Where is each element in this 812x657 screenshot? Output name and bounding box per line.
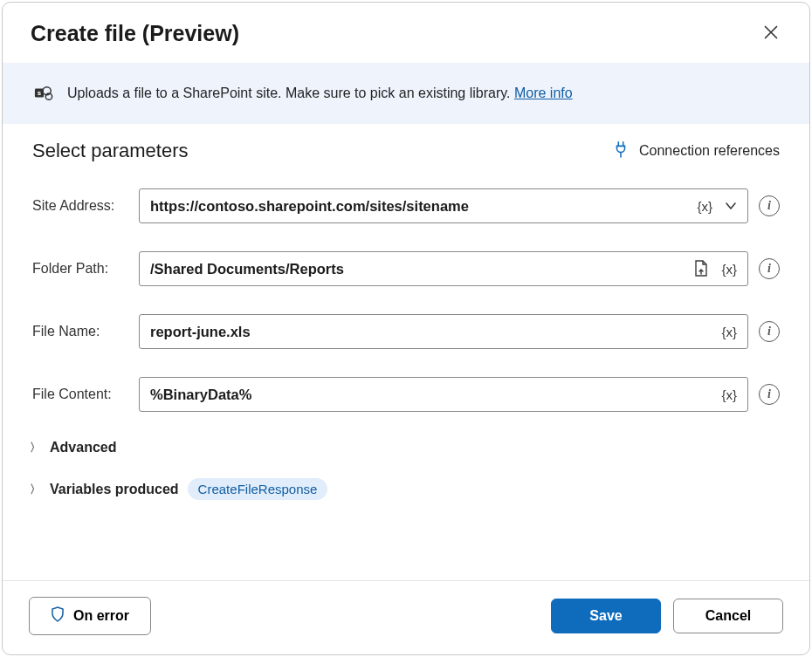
dialog-header: Create file (Preview) (3, 3, 809, 63)
close-icon (764, 25, 778, 39)
folder-path-row: Folder Path: {x} i (32, 251, 780, 286)
on-error-button[interactable]: On error (29, 597, 151, 635)
site-address-input-wrap[interactable]: {x} (139, 188, 748, 223)
variables-produced-label: Variables produced (50, 482, 179, 497)
file-content-input[interactable] (150, 378, 712, 411)
site-address-row: Site Address: {x} i (32, 188, 780, 223)
folder-path-input-wrap[interactable]: {x} (139, 251, 748, 286)
insert-variable-button[interactable]: {x} (718, 260, 740, 278)
site-address-input[interactable] (150, 189, 688, 222)
dialog-title: Create file (Preview) (31, 21, 239, 46)
file-name-row: File Name: {x} i (32, 314, 780, 349)
footer-actions: Save Cancel (551, 599, 783, 633)
chevron-down-icon (725, 200, 737, 212)
file-content-input-wrap[interactable]: {x} (139, 377, 748, 412)
folder-path-label: Folder Path: (32, 261, 128, 277)
file-content-info-button[interactable]: i (759, 384, 780, 405)
create-file-dialog: Create file (Preview) s Uploads a file t… (2, 2, 810, 655)
insert-variable-button[interactable]: {x} (693, 197, 716, 216)
chevron-right-icon: 〉 (29, 482, 41, 497)
file-picker-button[interactable] (690, 258, 712, 279)
plug-icon (613, 140, 629, 161)
dialog-footer: On error Save Cancel (3, 580, 809, 654)
variables-produced-expander[interactable]: 〉 Variables produced CreateFileResponse (29, 478, 780, 500)
file-name-label: File Name: (32, 324, 128, 339)
file-name-input[interactable] (150, 315, 712, 348)
folder-path-input[interactable] (150, 252, 685, 285)
folder-path-info-button[interactable]: i (759, 258, 780, 279)
file-name-input-wrap[interactable]: {x} (139, 314, 748, 349)
advanced-expander[interactable]: 〉 Advanced (29, 440, 780, 455)
file-content-row: File Content: {x} i (32, 377, 780, 412)
insert-variable-button[interactable]: {x} (718, 323, 740, 341)
file-content-label: File Content: (32, 387, 128, 402)
file-picker-icon (693, 260, 709, 277)
on-error-label: On error (73, 608, 129, 624)
advanced-label: Advanced (50, 440, 116, 455)
more-info-link[interactable]: More info (514, 86, 573, 100)
svg-text:s: s (38, 89, 42, 97)
site-address-dropdown-button[interactable] (721, 198, 740, 214)
connection-references-label: Connection references (639, 143, 780, 159)
insert-variable-button[interactable]: {x} (718, 386, 740, 404)
site-address-label: Site Address: (32, 198, 128, 214)
params-header: Select parameters Connection references (32, 140, 780, 162)
cancel-button[interactable]: Cancel (673, 599, 783, 633)
params-title: Select parameters (32, 140, 189, 162)
shield-icon (51, 606, 65, 626)
save-button[interactable]: Save (551, 599, 661, 633)
variable-badge[interactable]: CreateFileResponse (188, 478, 328, 500)
info-banner: s Uploads a file to a SharePoint site. M… (3, 63, 809, 124)
close-button[interactable] (759, 20, 783, 47)
banner-description: Uploads a file to a SharePoint site. Mak… (67, 86, 514, 100)
sharepoint-icon: s (34, 84, 53, 103)
connection-references-button[interactable]: Connection references (613, 140, 780, 161)
dialog-body: Select parameters Connection references … (3, 124, 809, 580)
banner-text: Uploads a file to a SharePoint site. Mak… (67, 86, 573, 101)
chevron-right-icon: 〉 (29, 440, 41, 455)
site-address-info-button[interactable]: i (759, 195, 780, 216)
file-name-info-button[interactable]: i (759, 321, 780, 342)
